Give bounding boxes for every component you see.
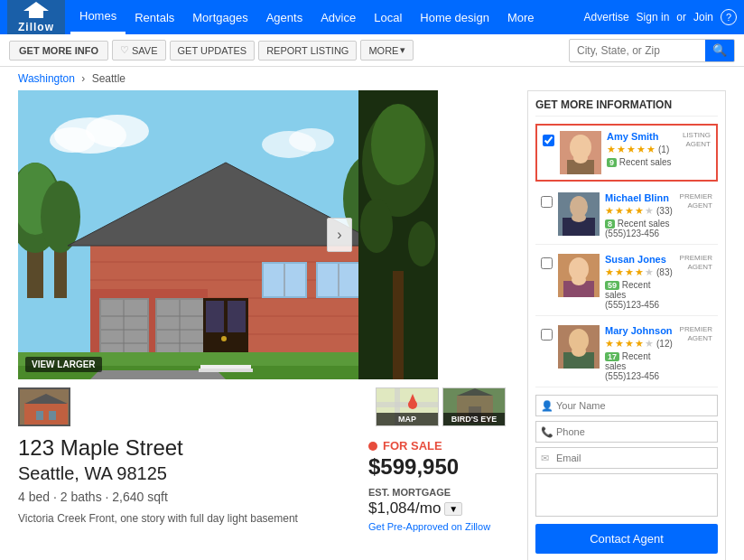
agent-sales-susan: 59 Recent sales <box>605 280 674 300</box>
signin-link[interactable]: Sign in <box>637 11 670 23</box>
agent-avatar-mary <box>558 325 600 369</box>
sub-nav: GET MORE INFO ♡ SAVE GET UPDATES REPORT … <box>0 34 744 67</box>
agent-name-mary[interactable]: Mary Johnson <box>605 325 674 336</box>
search-button[interactable]: 🔍 <box>705 39 734 62</box>
agent-badge-michael: PREMIER AGENT <box>680 192 712 210</box>
svg-rect-55 <box>393 271 404 379</box>
side-image <box>358 90 438 379</box>
breadcrumb-state[interactable]: Washington <box>18 72 75 85</box>
contact-agent-btn[interactable]: Contact Agent <box>535 524 718 554</box>
svg-point-40 <box>221 336 227 341</box>
svg-point-6 <box>289 128 334 152</box>
contact-form: 👤 📞 ✉ Contact Agent I want to get pre-ap… <box>535 395 718 560</box>
svg-point-75 <box>573 153 588 163</box>
search-input[interactable] <box>570 44 705 57</box>
agent-rating-count-michael: (33) <box>656 206 673 216</box>
or-text: or <box>676 11 686 23</box>
zillow-wordmark: Zillow <box>18 21 54 33</box>
svg-rect-62 <box>49 411 56 420</box>
name-input[interactable] <box>535 395 718 416</box>
nav-agents[interactable]: Agents <box>257 0 312 34</box>
report-listing-btn[interactable]: REPORT LISTING <box>258 41 357 61</box>
agent-info-susan: Susan Jones ★ ★ ★ ★ ★ (83) 59 Recent sal… <box>605 254 674 310</box>
svg-point-54 <box>371 104 425 185</box>
svg-point-4 <box>50 127 95 153</box>
advertise-link[interactable]: Advertise <box>584 11 629 23</box>
agent-stars-michael: ★ ★ ★ ★ ★ (33) <box>605 205 674 217</box>
nav-homedesign[interactable]: Home design <box>411 0 498 34</box>
thumb-birdseye[interactable]: BIRD'S EYE <box>442 387 506 426</box>
agent-sales-michael: 8 Recent sales <box>605 219 674 229</box>
svg-point-83 <box>572 275 586 285</box>
agent-checkbox-amy[interactable] <box>543 135 554 146</box>
email-icon: ✉ <box>541 453 549 464</box>
svg-marker-0 <box>23 2 49 18</box>
thumb-map[interactable]: MAP <box>376 387 439 426</box>
agent-info-mary: Mary Johnson ★ ★ ★ ★ ★ (12) 17 Recent sa… <box>605 325 674 381</box>
nav-mortgages[interactable]: Mortgages <box>183 0 256 34</box>
map-label: MAP <box>377 413 438 425</box>
breadcrumb-city: Seattle <box>92 72 126 85</box>
agent-info-michael: Michael Blinn ★ ★ ★ ★ ★ (33) 8 Recent sa… <box>605 192 674 238</box>
view-larger-btn[interactable]: VIEW LARGER <box>25 357 102 372</box>
join-link[interactable]: Join <box>693 11 713 23</box>
svg-rect-59 <box>24 403 68 426</box>
message-textarea[interactable] <box>535 473 718 517</box>
name-input-wrapper: 👤 <box>535 395 718 416</box>
for-sale-row: FOR SALE <box>368 439 513 453</box>
nav-more[interactable]: More <box>498 0 544 34</box>
nav-advice[interactable]: Advice <box>312 0 365 34</box>
zillow-logo[interactable]: Zillow <box>7 0 65 34</box>
svg-point-79 <box>572 213 586 222</box>
mortgage-calc-btn[interactable]: ▼ <box>444 502 462 516</box>
mortgage-label: EST. MORTGAGE <box>368 487 513 498</box>
agent-card-mary[interactable]: Mary Johnson ★ ★ ★ ★ ★ (12) 17 Recent sa… <box>535 320 718 387</box>
thumb-main[interactable] <box>18 387 70 426</box>
agent-avatar-susan <box>558 254 600 297</box>
agent-card-amy[interactable]: Amy Smith ★ ★ ★ ★ ★ (1) 9 Recent sales L… <box>535 124 718 182</box>
nav-local[interactable]: Local <box>365 0 411 34</box>
agent-checkbox-michael[interactable] <box>541 196 553 208</box>
help-button[interactable]: ? <box>721 9 737 25</box>
svg-rect-39 <box>228 301 246 332</box>
phone-input[interactable] <box>535 421 718 443</box>
agent-checkbox-susan[interactable] <box>541 257 553 269</box>
agent-card-michael[interactable]: Michael Blinn ★ ★ ★ ★ ★ (33) 8 Recent sa… <box>535 187 718 245</box>
save-btn[interactable]: ♡ SAVE <box>112 40 166 61</box>
pre-approve-link[interactable]: Get Pre-Approved on Zillow <box>368 521 513 532</box>
agent-card-susan[interactable]: Susan Jones ★ ★ ★ ★ ★ (83) 59 Recent sal… <box>535 248 718 316</box>
section-title: GET MORE INFORMATION <box>535 98 718 117</box>
agent-rating-count-susan: (83) <box>656 267 673 277</box>
svg-point-57 <box>408 221 435 266</box>
phone-input-wrapper: 📞 <box>535 421 718 443</box>
agent-checkbox-mary[interactable] <box>541 329 553 341</box>
agent-badge-mary: PREMIER AGENT <box>680 325 712 342</box>
agent-badge-amy: LISTING AGENT <box>683 131 711 148</box>
breadcrumb-separator: › <box>81 72 85 85</box>
property-description: Victoria Creek Front, one story with ful… <box>18 511 350 527</box>
sale-dot <box>368 442 377 451</box>
get-more-info-box: GET MORE INFORMATION Amy Smith ★ <box>527 90 726 560</box>
get-more-info-btn[interactable]: GET MORE INFO <box>9 41 108 61</box>
nav-rentals[interactable]: Rentals <box>126 0 183 34</box>
main-image: › VIEW LARGER <box>18 90 438 379</box>
nav-links: Homes Rentals Mortgages Agents Advice Lo… <box>70 0 584 34</box>
more-btn[interactable]: MORE ▾ <box>360 40 414 61</box>
agent-avatar-amy <box>560 131 601 174</box>
svg-rect-38 <box>206 301 224 332</box>
svg-point-56 <box>360 199 393 253</box>
search-box: 🔍 <box>569 39 735 62</box>
svg-rect-50 <box>199 369 253 372</box>
image-next-btn[interactable]: › <box>327 218 352 252</box>
nav-homes[interactable]: Homes <box>70 0 126 34</box>
agent-name-amy[interactable]: Amy Smith <box>607 131 677 142</box>
phone-icon: 📞 <box>541 426 553 438</box>
chevron-down-icon: ▾ <box>400 44 405 56</box>
agent-stars-amy: ★ ★ ★ ★ ★ (1) <box>607 144 677 155</box>
get-updates-btn[interactable]: GET UPDATES <box>170 41 256 61</box>
agent-name-michael[interactable]: Michael Blinn <box>605 192 674 203</box>
agent-name-susan[interactable]: Susan Jones <box>605 254 674 265</box>
svg-rect-51 <box>200 365 251 369</box>
right-column: GET MORE INFORMATION Amy Smith ★ <box>527 90 726 560</box>
email-input[interactable] <box>535 447 718 469</box>
